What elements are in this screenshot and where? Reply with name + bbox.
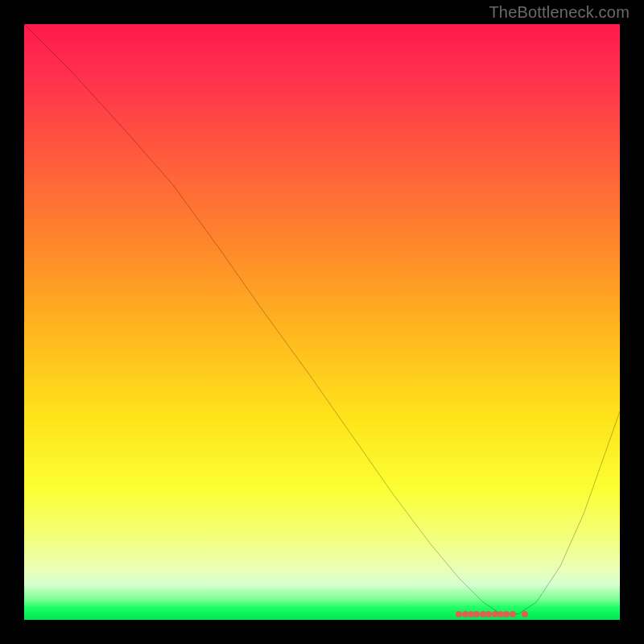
minimum-marker-dot (522, 611, 528, 617)
minimum-marker-dot (510, 611, 516, 617)
watermark-text: TheBottleneck.com (489, 3, 630, 22)
plot-area (24, 24, 620, 620)
minimum-marker-cluster (24, 24, 620, 620)
